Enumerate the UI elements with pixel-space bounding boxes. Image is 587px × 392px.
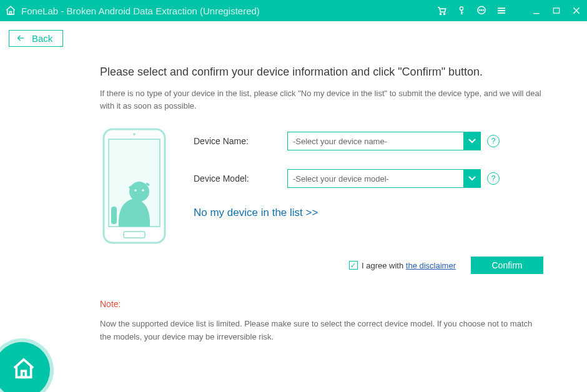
chevron-down-icon xyxy=(463,132,481,150)
svg-point-5 xyxy=(479,10,480,11)
back-button[interactable]: Back xyxy=(9,30,63,47)
cart-icon[interactable] xyxy=(436,5,447,16)
svg-rect-0 xyxy=(10,12,12,15)
arrow-left-icon xyxy=(16,33,26,44)
svg-rect-25 xyxy=(111,207,117,224)
menu-icon[interactable] xyxy=(496,5,507,16)
agree-row: ✓ I agree with the disclaimer Confirm xyxy=(194,257,543,274)
svg-point-20 xyxy=(129,182,149,202)
svg-point-18 xyxy=(133,133,136,135)
agree-checkbox[interactable]: ✓ xyxy=(349,261,358,270)
device-name-select[interactable]: -Select your device name- xyxy=(287,132,481,150)
titlebar: FoneLab - Broken Android Data Extraction… xyxy=(0,0,587,21)
page-subtext: If there is no type of your device in th… xyxy=(100,87,543,112)
svg-point-1 xyxy=(440,13,441,14)
app-title: FoneLab - Broken Android Data Extraction… xyxy=(21,6,260,16)
svg-point-24 xyxy=(142,189,144,192)
help-icon[interactable]: ? xyxy=(487,172,500,185)
device-model-label: Device Model: xyxy=(194,174,287,184)
note-label: Note: xyxy=(100,299,543,309)
main-content: Please select and confirm your device in… xyxy=(0,47,587,344)
help-icon[interactable]: ? xyxy=(487,135,500,147)
chat-icon[interactable] xyxy=(476,5,487,16)
device-name-label: Device Name: xyxy=(194,136,287,146)
titlebar-left: FoneLab - Broken Android Data Extraction… xyxy=(5,5,260,16)
chevron-down-icon xyxy=(463,169,481,188)
device-model-value: -Select your device model- xyxy=(293,174,389,184)
note-text: Now the supported device list is limited… xyxy=(100,318,543,344)
svg-point-3 xyxy=(460,7,463,10)
close-icon[interactable] xyxy=(571,5,582,16)
no-device-link[interactable]: No my device in the list >> xyxy=(194,207,543,219)
home-icon xyxy=(11,356,36,381)
svg-point-2 xyxy=(443,13,445,14)
device-model-row: Device Model: -Select your device model-… xyxy=(194,169,543,188)
confirm-button[interactable]: Confirm xyxy=(471,257,543,274)
home-fab[interactable] xyxy=(0,342,50,392)
device-model-select[interactable]: -Select your device model- xyxy=(287,169,481,188)
svg-rect-26 xyxy=(22,371,26,377)
disclaimer-link[interactable]: the disclaimer xyxy=(406,261,456,270)
agree-check: ✓ I agree with the disclaimer xyxy=(349,261,456,270)
form-area: Device Name: -Select your device name- ?… xyxy=(100,127,543,274)
svg-point-7 xyxy=(483,10,483,11)
page-heading: Please select and confirm your device in… xyxy=(100,66,543,79)
back-label: Back xyxy=(32,33,52,44)
note-section: Note: Now the supported device list is l… xyxy=(100,299,543,344)
minimize-icon[interactable] xyxy=(531,5,542,16)
phone-illustration xyxy=(100,127,169,274)
svg-rect-19 xyxy=(124,232,145,238)
device-name-value: -Select your device name- xyxy=(293,137,387,146)
titlebar-right xyxy=(436,5,582,16)
fields: Device Name: -Select your device name- ?… xyxy=(194,127,543,274)
svg-point-23 xyxy=(134,189,137,192)
key-icon[interactable] xyxy=(456,5,467,16)
device-name-row: Device Name: -Select your device name- ? xyxy=(194,132,543,150)
svg-point-6 xyxy=(481,10,481,11)
home-icon[interactable] xyxy=(5,5,16,16)
agree-prefix: I agree with xyxy=(362,261,406,270)
maximize-icon[interactable] xyxy=(551,5,562,16)
svg-rect-12 xyxy=(553,8,559,13)
